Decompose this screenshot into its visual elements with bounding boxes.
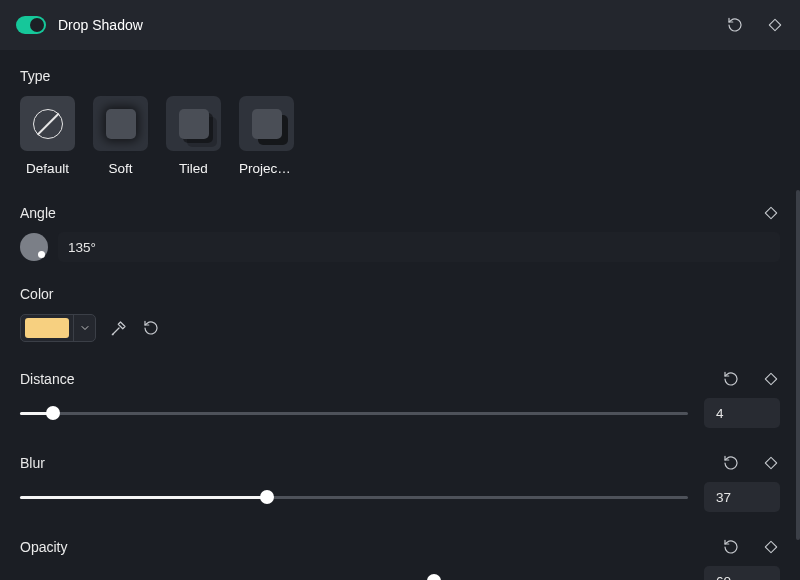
blur-group: Blur 37 bbox=[20, 454, 780, 512]
keyframe-icon[interactable] bbox=[766, 16, 784, 34]
angle-indicator bbox=[38, 251, 45, 258]
color-swatch-button[interactable] bbox=[20, 314, 96, 342]
type-option-label: Default bbox=[26, 161, 69, 176]
toggle-knob bbox=[30, 18, 44, 32]
color-row bbox=[20, 314, 780, 342]
type-label: Type bbox=[20, 68, 780, 84]
svg-rect-2 bbox=[765, 373, 776, 384]
svg-rect-1 bbox=[765, 207, 776, 218]
keyframe-icon[interactable] bbox=[762, 454, 780, 472]
distance-value-input[interactable]: 4 bbox=[704, 398, 780, 428]
blur-slider[interactable] bbox=[20, 487, 688, 507]
svg-rect-3 bbox=[765, 457, 776, 468]
angle-label: Angle bbox=[20, 205, 56, 221]
header-actions bbox=[726, 16, 784, 34]
distance-label: Distance bbox=[20, 371, 74, 387]
blur-value-input[interactable]: 37 bbox=[704, 482, 780, 512]
opacity-slider[interactable] bbox=[20, 571, 688, 580]
angle-dial[interactable] bbox=[20, 233, 48, 261]
keyframe-icon[interactable] bbox=[762, 204, 780, 222]
type-option-projection[interactable]: Projection bbox=[239, 96, 294, 176]
type-thumb-soft bbox=[93, 96, 148, 151]
svg-rect-4 bbox=[765, 541, 776, 552]
opacity-label: Opacity bbox=[20, 539, 67, 555]
type-thumb-default bbox=[20, 96, 75, 151]
angle-header: Angle bbox=[20, 204, 780, 222]
reset-icon[interactable] bbox=[722, 454, 740, 472]
reset-icon[interactable] bbox=[722, 370, 740, 388]
panel-body: Type Default Soft Tiled Projection bbox=[0, 50, 800, 580]
type-option-label: Soft bbox=[108, 161, 132, 176]
keyframe-icon[interactable] bbox=[762, 538, 780, 556]
reset-icon[interactable] bbox=[726, 16, 744, 34]
type-option-label: Projection bbox=[239, 161, 294, 176]
angle-row: 135° bbox=[20, 232, 780, 262]
slider-fill bbox=[20, 496, 267, 499]
keyframe-icon[interactable] bbox=[762, 370, 780, 388]
eyedropper-icon[interactable] bbox=[110, 319, 128, 337]
type-option-soft[interactable]: Soft bbox=[93, 96, 148, 176]
opacity-value-input[interactable]: 60 bbox=[704, 566, 780, 580]
type-option-label: Tiled bbox=[179, 161, 208, 176]
panel-header: Drop Shadow bbox=[0, 0, 800, 50]
enable-toggle[interactable] bbox=[16, 16, 46, 34]
type-options: Default Soft Tiled Projection bbox=[20, 96, 780, 176]
type-option-default[interactable]: Default bbox=[20, 96, 75, 176]
reset-icon[interactable] bbox=[722, 538, 740, 556]
distance-slider[interactable] bbox=[20, 403, 688, 423]
opacity-group: Opacity 60 bbox=[20, 538, 780, 580]
chevron-down-icon[interactable] bbox=[73, 315, 95, 341]
slider-thumb[interactable] bbox=[427, 574, 441, 580]
scrollbar[interactable] bbox=[796, 190, 800, 540]
blur-label: Blur bbox=[20, 455, 45, 471]
angle-value: 135° bbox=[68, 240, 96, 255]
reset-icon[interactable] bbox=[142, 319, 160, 337]
none-icon bbox=[33, 109, 63, 139]
type-option-tiled[interactable]: Tiled bbox=[166, 96, 221, 176]
color-label: Color bbox=[20, 286, 780, 302]
type-thumb-tiled bbox=[166, 96, 221, 151]
panel-title: Drop Shadow bbox=[58, 17, 726, 33]
slider-thumb[interactable] bbox=[260, 490, 274, 504]
distance-group: Distance 4 bbox=[20, 370, 780, 428]
svg-rect-0 bbox=[769, 19, 780, 30]
color-swatch bbox=[25, 318, 69, 338]
slider-thumb[interactable] bbox=[46, 406, 60, 420]
angle-input[interactable]: 135° bbox=[58, 232, 780, 262]
type-thumb-projection bbox=[239, 96, 294, 151]
